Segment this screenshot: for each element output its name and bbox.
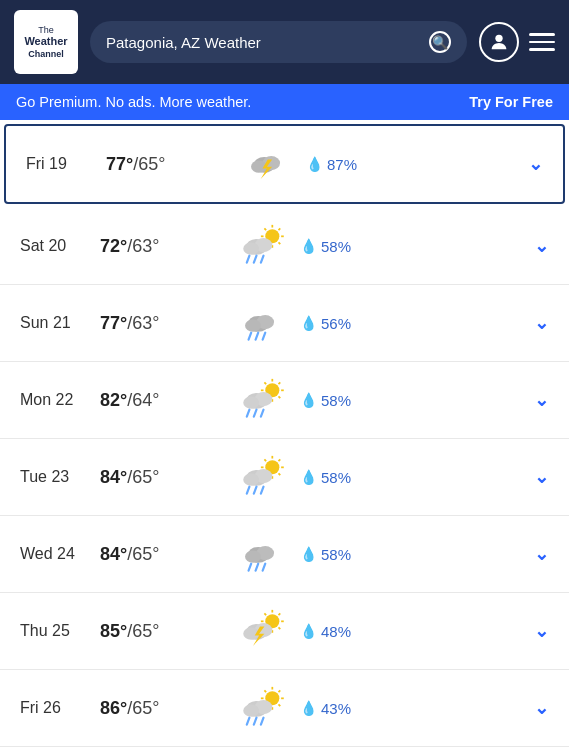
day-label: Sun 21 [20, 314, 100, 332]
menu-icon[interactable] [529, 33, 555, 51]
expand-chevron[interactable]: ⌄ [534, 466, 549, 488]
svg-line-17 [247, 256, 250, 263]
svg-line-88 [254, 718, 257, 725]
svg-line-23 [249, 333, 252, 340]
header-icons [479, 22, 555, 62]
svg-line-55 [261, 487, 264, 494]
weather-condition-icon [220, 224, 300, 268]
low-temp: 65° [132, 467, 159, 487]
svg-point-16 [243, 242, 259, 254]
expand-chevron[interactable]: ⌄ [534, 312, 549, 334]
logo[interactable]: The Weather Channel [14, 10, 78, 74]
high-temp: 84° [100, 467, 127, 487]
raindrop-icon: 💧 [300, 469, 317, 485]
expand-chevron[interactable]: ⌄ [534, 235, 549, 257]
weather-row[interactable]: Fri 26 86°/65° 💧 43% ⌄ [0, 670, 569, 747]
svg-line-59 [249, 564, 252, 571]
weather-row[interactable]: Tue 23 84°/65° 💧 58% ⌄ [0, 439, 569, 516]
svg-line-48 [278, 459, 280, 461]
svg-line-67 [264, 613, 266, 615]
precipitation: 💧 56% [300, 315, 534, 332]
premium-text: Go Premium. No ads. More weather. [16, 94, 251, 110]
temperature: 85°/65° [100, 621, 220, 642]
user-icon[interactable] [479, 22, 519, 62]
expand-chevron[interactable]: ⌄ [534, 697, 549, 719]
weather-row[interactable]: Thu 25 85°/65° 💧 48% ⌄ [0, 593, 569, 670]
raindrop-icon: 💧 [306, 156, 323, 172]
day-label: Tue 23 [20, 468, 100, 486]
expand-chevron[interactable]: ⌄ [528, 153, 543, 175]
try-free-button[interactable]: Try For Free [469, 94, 553, 110]
expand-chevron[interactable]: ⌄ [534, 389, 549, 411]
svg-line-19 [261, 256, 264, 263]
search-icon[interactable]: 🔍 [429, 31, 451, 53]
weather-condition-icon [220, 378, 300, 422]
precip-value: 43% [321, 700, 351, 717]
low-temp: 65° [132, 621, 159, 641]
svg-point-86 [243, 704, 259, 716]
header: The Weather Channel Patagonia, AZ Weathe… [0, 0, 569, 84]
weather-condition-icon [220, 686, 300, 730]
svg-line-81 [278, 704, 280, 706]
precip-value: 58% [321, 546, 351, 563]
svg-line-31 [264, 382, 266, 384]
temperature: 82°/64° [100, 390, 220, 411]
weather-condition-icon [220, 455, 300, 499]
svg-line-54 [254, 487, 257, 494]
precipitation: 💧 58% [300, 238, 534, 255]
svg-line-60 [256, 564, 259, 571]
precip-value: 58% [321, 469, 351, 486]
svg-line-82 [278, 690, 280, 692]
low-temp: 63° [132, 313, 159, 333]
high-temp: 77° [106, 154, 133, 174]
svg-line-18 [254, 256, 257, 263]
day-label: Mon 22 [20, 391, 100, 409]
high-temp: 86° [100, 698, 127, 718]
weather-condition-icon [220, 609, 300, 653]
weather-condition-icon [220, 301, 300, 345]
temperature: 86°/65° [100, 698, 220, 719]
svg-line-69 [278, 613, 280, 615]
weather-condition-icon [220, 532, 300, 576]
day-label: Sat 20 [20, 237, 100, 255]
svg-point-0 [495, 35, 502, 42]
precip-value: 48% [321, 623, 351, 640]
high-temp: 82° [100, 390, 127, 410]
high-temp: 85° [100, 621, 127, 641]
precip-value: 58% [321, 238, 351, 255]
expand-chevron[interactable]: ⌄ [534, 620, 549, 642]
svg-line-38 [247, 410, 250, 417]
raindrop-icon: 💧 [300, 238, 317, 254]
search-input[interactable]: Patagonia, AZ Weather [106, 34, 421, 51]
weather-row[interactable]: Sun 21 77°/63° 💧 56% ⌄ [0, 285, 569, 362]
day-label: Fri 26 [20, 699, 100, 717]
svg-line-33 [278, 382, 280, 384]
raindrop-icon: 💧 [300, 546, 317, 562]
low-temp: 64° [132, 390, 159, 410]
weather-row[interactable]: Mon 22 82°/64° 💧 58% ⌄ [0, 362, 569, 439]
precipitation: 💧 87% [306, 156, 528, 173]
svg-point-58 [245, 550, 261, 562]
weather-row[interactable]: Wed 24 84°/65° 💧 58% ⌄ [0, 516, 569, 593]
day-label: Wed 24 [20, 545, 100, 563]
svg-line-25 [263, 333, 266, 340]
svg-line-68 [278, 627, 280, 629]
precipitation: 💧 48% [300, 623, 534, 640]
svg-line-46 [264, 459, 266, 461]
raindrop-icon: 💧 [300, 315, 317, 331]
weather-row[interactable]: Sat 20 72°/63° 💧 58% ⌄ [0, 208, 569, 285]
logo-line1: The [24, 25, 67, 36]
search-bar[interactable]: Patagonia, AZ Weather 🔍 [90, 21, 467, 63]
expand-chevron[interactable]: ⌄ [534, 543, 549, 565]
svg-line-40 [261, 410, 264, 417]
svg-line-80 [264, 690, 266, 692]
low-temp: 63° [132, 236, 159, 256]
temperature: 77°/63° [100, 313, 220, 334]
raindrop-icon: 💧 [300, 623, 317, 639]
low-temp: 65° [132, 698, 159, 718]
svg-line-61 [263, 564, 266, 571]
weather-row[interactable]: Fri 19 77°/65° 💧 87% ⌄ [4, 124, 565, 204]
precip-value: 58% [321, 392, 351, 409]
precipitation: 💧 58% [300, 469, 534, 486]
weather-list: Fri 19 77°/65° 💧 87% ⌄ Sat 20 72°/63° [0, 124, 569, 747]
